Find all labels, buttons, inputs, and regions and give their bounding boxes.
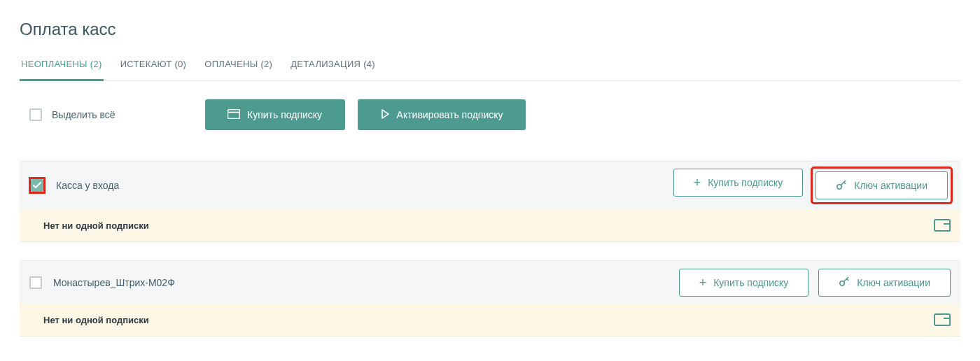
tab-unpaid[interactable]: НЕОПЛАЧЕНЫ (2) (20, 59, 104, 81)
card-icon (227, 109, 240, 121)
tabs-bar: НЕОПЛАЧЕНЫ (2) ИСТЕКАЮТ (0) ОПЛАЧЕНЫ (2)… (20, 59, 960, 81)
svg-rect-0 (228, 109, 240, 118)
row-buy-label: Купить подписку (708, 177, 783, 188)
row-checkbox[interactable] (31, 179, 43, 192)
row-activation-key-button[interactable]: Ключ активации (818, 269, 951, 297)
buy-subscription-button[interactable]: Купить подписку (205, 99, 345, 130)
plus-icon: + (699, 276, 707, 289)
row-checkbox-wrap (29, 276, 42, 289)
page-title: Оплата касс (20, 20, 960, 39)
select-all[interactable]: Выделить всё (29, 108, 115, 121)
plus-icon: + (694, 176, 701, 189)
wallet-icon[interactable] (934, 219, 951, 232)
no-subscription-message: Нет ни одной подписки (43, 315, 934, 325)
activate-subscription-button[interactable]: Активировать подписку (358, 99, 526, 130)
toolbar: Выделить всё Купить подписку Активироват… (20, 99, 960, 130)
cash-register-row: Монастырев_Штрих-М02Ф + Купить подписку … (20, 260, 960, 304)
row-buy-label: Купить подписку (713, 277, 788, 288)
row-key-label: Ключ активации (854, 180, 927, 191)
row-buy-button[interactable]: + Купить подписку (679, 269, 809, 297)
row-checkbox-wrap (29, 178, 45, 193)
row-name: Монастырев_Штрих-М02Ф (53, 277, 668, 288)
row-key-label: Ключ активации (857, 277, 930, 288)
row-actions: + Купить подписку Ключ активации (673, 169, 951, 202)
key-icon (836, 179, 847, 192)
row-buy-button[interactable]: + Купить подписку (673, 169, 804, 197)
activate-subscription-label: Активировать подписку (397, 109, 503, 120)
key-icon (839, 276, 850, 289)
play-icon (380, 109, 390, 121)
tab-details[interactable]: ДЕТАЛИЗАЦИЯ (4) (289, 59, 377, 80)
no-subscription-message: Нет ни одной подписки (43, 220, 934, 231)
row-key-button-wrap: Ключ активации (813, 169, 951, 202)
tab-expiring[interactable]: ИСТЕКАЮТ (0) (119, 59, 188, 80)
row-activation-key-button[interactable]: Ключ активации (816, 171, 948, 199)
select-all-checkbox[interactable] (29, 108, 42, 121)
svg-line-7 (847, 279, 849, 281)
row-key-button-wrap: Ключ активации (818, 269, 951, 297)
no-subscription-row: Нет ни одной подписки (20, 304, 960, 337)
row-checkbox[interactable] (29, 276, 42, 289)
row-actions: + Купить подписку Ключ активации (679, 269, 951, 297)
select-all-label: Выделить всё (52, 109, 115, 120)
row-name: Касса у входа (56, 180, 662, 191)
svg-line-4 (844, 182, 846, 184)
tab-paid[interactable]: ОПЛАЧЕНЫ (2) (203, 59, 274, 80)
buy-subscription-label: Купить подписку (247, 109, 322, 120)
no-subscription-row: Нет ни одной подписки (20, 209, 960, 242)
wallet-icon[interactable] (934, 313, 951, 326)
cash-register-row: Касса у входа + Купить подписку Ключ акт… (20, 161, 960, 209)
